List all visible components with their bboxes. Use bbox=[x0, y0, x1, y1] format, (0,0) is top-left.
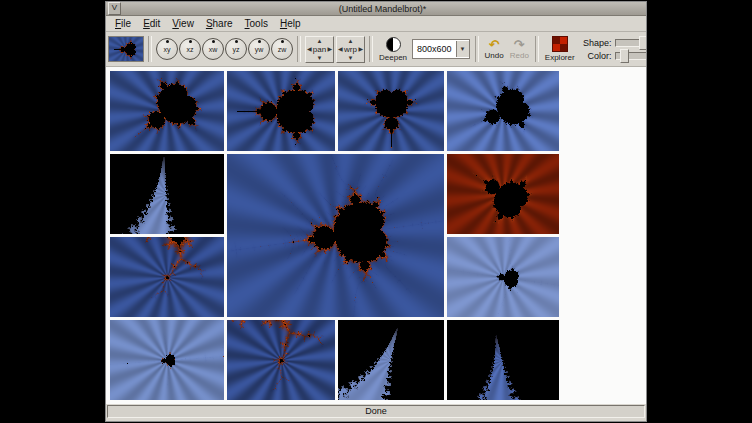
fractal-canvas bbox=[447, 237, 559, 317]
color-slider-thumb[interactable] bbox=[620, 49, 629, 63]
shape-label: Shape: bbox=[579, 38, 612, 48]
fractal-canvas bbox=[338, 71, 444, 151]
pan-control[interactable]: ▲ ▼ ◀ ▶ pan bbox=[305, 36, 334, 63]
deepen-label: Deepen bbox=[379, 53, 407, 62]
color-slider-row: Color: 11.8 bbox=[579, 51, 646, 61]
explorer-variant-tile[interactable] bbox=[110, 237, 224, 317]
fractal-canvas bbox=[110, 154, 224, 234]
arrow-down-icon: ▼ bbox=[348, 55, 354, 61]
explorer-variant-tile[interactable] bbox=[338, 320, 444, 400]
angle-label: xw bbox=[209, 46, 218, 53]
explorer-main-preview[interactable] bbox=[227, 154, 444, 317]
toolbar-separator bbox=[148, 36, 152, 62]
arrow-right-icon: ▶ bbox=[358, 46, 363, 52]
angle-label: xy bbox=[164, 46, 171, 53]
angle-marker-dot bbox=[258, 40, 261, 43]
menu-tools[interactable]: Tools bbox=[239, 16, 274, 31]
angle-marker-dot bbox=[166, 40, 169, 43]
angle-button-yz[interactable]: yz bbox=[225, 38, 247, 60]
fractal-canvas bbox=[110, 237, 224, 317]
explorer-variant-tile[interactable] bbox=[447, 71, 559, 151]
app-window: V (Untitled Mandelbrot)* File Edit View … bbox=[105, 1, 647, 422]
explorer-label: Explorer bbox=[545, 53, 575, 62]
deepen-button[interactable]: Deepen bbox=[377, 37, 409, 62]
fractal-canvas bbox=[338, 320, 444, 400]
explorer-variant-tile[interactable] bbox=[227, 320, 335, 400]
shape-slider-row: Shape: 61.3 bbox=[579, 38, 646, 48]
explorer-grid bbox=[106, 67, 646, 404]
angle-button-xy[interactable]: xy bbox=[156, 38, 178, 60]
fractal-preview-thumbnail[interactable] bbox=[108, 36, 144, 62]
toolbar: xy xz xw yz yw zw ▲ ▼ ◀ ▶ pan ▲ ▼ ◀ ▶ wr… bbox=[106, 32, 646, 67]
explorer-button[interactable]: Explorer bbox=[543, 36, 577, 62]
angle-button-xw[interactable]: xw bbox=[202, 38, 224, 60]
explorer-variant-tile[interactable] bbox=[338, 71, 444, 151]
redo-label: Redo bbox=[510, 51, 529, 60]
explorer-variant-tile[interactable] bbox=[447, 320, 559, 400]
explorer-variant-tile[interactable] bbox=[110, 154, 224, 234]
redo-button[interactable]: ↷ Redo bbox=[508, 39, 531, 60]
warp-label: wrp bbox=[344, 45, 357, 54]
explorer-variant-tile[interactable] bbox=[110, 320, 224, 400]
angle-label: zw bbox=[278, 46, 287, 53]
pan-label: pan bbox=[313, 45, 326, 54]
angle-label: yz bbox=[233, 46, 240, 53]
menu-edit[interactable]: Edit bbox=[137, 16, 166, 31]
explorer-icon bbox=[552, 36, 568, 52]
arrow-up-icon: ▲ bbox=[348, 38, 354, 44]
fractal-canvas bbox=[110, 71, 224, 151]
angle-marker-dot bbox=[281, 40, 284, 43]
fractal-canvas bbox=[447, 320, 559, 400]
angle-controls: xy xz xw yz yw zw bbox=[156, 38, 293, 60]
status-bar: Done bbox=[106, 404, 646, 421]
explorer-sliders: Shape: 61.3 Color: 11.8 bbox=[579, 38, 646, 61]
fractal-canvas bbox=[447, 71, 559, 151]
progress-bar: Done bbox=[107, 405, 645, 418]
explorer-variant-tile[interactable] bbox=[447, 154, 559, 234]
deepen-icon bbox=[386, 37, 401, 52]
shape-slider-thumb[interactable] bbox=[639, 36, 646, 50]
resolution-value: 800x600 bbox=[413, 44, 456, 54]
menu-help[interactable]: Help bbox=[274, 16, 307, 31]
toolbar-separator bbox=[475, 36, 479, 62]
angle-marker-dot bbox=[189, 40, 192, 43]
toolbar-separator bbox=[535, 36, 539, 62]
window-title: (Untitled Mandelbrot)* bbox=[121, 4, 644, 14]
angle-button-zw[interactable]: zw bbox=[271, 38, 293, 60]
window-titlebar[interactable]: V (Untitled Mandelbrot)* bbox=[106, 2, 646, 16]
explorer-variant-tile[interactable] bbox=[447, 237, 559, 317]
undo-icon: ↶ bbox=[489, 39, 500, 50]
angle-label: xz bbox=[187, 46, 194, 53]
menu-file[interactable]: File bbox=[109, 16, 137, 31]
color-slider[interactable] bbox=[615, 52, 646, 60]
angle-marker-dot bbox=[212, 40, 215, 43]
explorer-variant-tile[interactable] bbox=[227, 71, 335, 151]
resolution-select[interactable]: 800x600 ▼ bbox=[412, 39, 470, 59]
arrow-right-icon: ▶ bbox=[327, 46, 332, 52]
warp-control[interactable]: ▲ ▼ ◀ ▶ wrp bbox=[336, 36, 365, 63]
arrow-up-icon: ▲ bbox=[317, 38, 323, 44]
angle-button-yw[interactable]: yw bbox=[248, 38, 270, 60]
fractal-canvas bbox=[227, 71, 335, 151]
redo-icon: ↷ bbox=[514, 39, 525, 50]
window-menu-button[interactable]: V bbox=[108, 2, 121, 15]
undo-label: Undo bbox=[485, 51, 504, 60]
preview-canvas bbox=[109, 37, 143, 61]
angle-marker-dot bbox=[235, 40, 238, 43]
arrow-left-icon: ◀ bbox=[338, 46, 343, 52]
shape-slider[interactable] bbox=[615, 39, 646, 47]
arrow-down-icon: ▼ bbox=[317, 55, 323, 61]
angle-button-xz[interactable]: xz bbox=[179, 38, 201, 60]
toolbar-separator bbox=[297, 36, 301, 62]
angle-label: yw bbox=[255, 46, 264, 53]
fractal-canvas bbox=[110, 320, 224, 400]
menu-share[interactable]: Share bbox=[200, 16, 239, 31]
fractal-canvas bbox=[447, 154, 559, 234]
menu-view[interactable]: View bbox=[166, 16, 200, 31]
fractal-canvas bbox=[227, 154, 444, 317]
color-label: Color: bbox=[579, 51, 612, 61]
menubar: File Edit View Share Tools Help bbox=[106, 16, 646, 32]
fractal-canvas bbox=[227, 320, 335, 400]
explorer-variant-tile[interactable] bbox=[110, 71, 224, 151]
undo-button[interactable]: ↶ Undo bbox=[483, 39, 506, 60]
